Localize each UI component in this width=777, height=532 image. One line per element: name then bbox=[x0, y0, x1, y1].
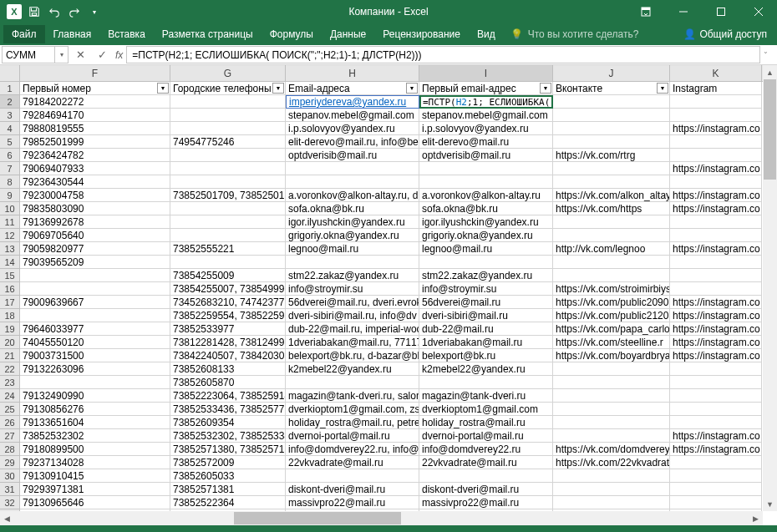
cell[interactable]: 74954775246 bbox=[170, 135, 286, 149]
cell[interactable]: 79130856276 bbox=[20, 403, 170, 416]
cell[interactable]: grigoriy.okna@yandex.ru bbox=[419, 229, 553, 242]
cell[interactable] bbox=[553, 362, 670, 376]
tab-view[interactable]: Вид bbox=[469, 25, 504, 43]
cell[interactable] bbox=[286, 376, 419, 389]
filter-dropdown[interactable]: ▼ bbox=[406, 83, 418, 94]
cell[interactable]: 79069407933 bbox=[20, 162, 170, 175]
cell[interactable]: 79132490990 bbox=[20, 389, 170, 403]
cell[interactable]: 56dverei@mail.ru bbox=[419, 296, 553, 309]
cell[interactable]: dverkioptom1@gmail.com bbox=[419, 403, 553, 416]
cell[interactable] bbox=[670, 362, 762, 376]
row-header[interactable]: 5 bbox=[0, 135, 20, 149]
cell[interactable]: 79184202272 bbox=[20, 95, 170, 109]
cell[interactable]: 73852501709, 73852501790, 7385 bbox=[170, 189, 286, 202]
cell[interactable]: 73842240507, 73842030978, 7384 bbox=[170, 349, 286, 362]
cell[interactable]: stepanov.mebel@gmail.com bbox=[419, 109, 553, 122]
cell[interactable]: igor.ilyushckin@yandex.ru bbox=[286, 215, 419, 229]
cell[interactable]: 73852533436, 73852577516 bbox=[170, 403, 286, 416]
cell[interactable] bbox=[553, 256, 670, 269]
row-header[interactable]: 15 bbox=[0, 269, 20, 282]
cell-header[interactable]: Вконтакте▼ bbox=[553, 82, 670, 95]
horizontal-scrollbar[interactable]: ◀ ▶ bbox=[0, 511, 763, 525]
cell[interactable]: 79293971381 bbox=[20, 483, 170, 496]
cell[interactable] bbox=[670, 95, 762, 109]
tab-insert[interactable]: Вставка bbox=[99, 25, 154, 43]
cell[interactable] bbox=[170, 202, 286, 215]
cell[interactable]: https://instagram.co bbox=[670, 242, 762, 256]
cell[interactable]: https://instagram.co bbox=[670, 349, 762, 362]
cell[interactable]: https://vk.com/public21206 bbox=[553, 309, 670, 322]
tab-data[interactable]: Данные bbox=[322, 25, 374, 43]
cell[interactable]: https://instagram.co bbox=[670, 429, 762, 443]
cell[interactable] bbox=[670, 229, 762, 242]
cell[interactable]: https://instagram.co bbox=[670, 309, 762, 322]
row-header[interactable]: 22 bbox=[0, 362, 20, 376]
cell[interactable] bbox=[670, 135, 762, 149]
col-header-G[interactable]: G bbox=[170, 65, 286, 81]
cell[interactable]: 73852533977 bbox=[170, 322, 286, 336]
col-header-I[interactable]: I bbox=[419, 65, 553, 81]
cell[interactable]: 79003731500 bbox=[20, 349, 170, 362]
cell[interactable]: 73852259554, 73852259595, 7385 bbox=[170, 309, 286, 322]
cell[interactable] bbox=[553, 429, 670, 443]
cell[interactable]: igor.ilyushckin@yandex.ru bbox=[419, 215, 553, 229]
row-header[interactable]: 9 bbox=[0, 189, 20, 202]
cell[interactable] bbox=[553, 389, 670, 403]
filter-dropdown[interactable]: ▼ bbox=[272, 83, 284, 94]
row-header[interactable]: 21 bbox=[0, 349, 20, 362]
row-header[interactable]: 28 bbox=[0, 443, 20, 456]
row-header[interactable]: 19 bbox=[0, 322, 20, 336]
fx-icon[interactable]: fx bbox=[115, 49, 123, 61]
cell[interactable] bbox=[20, 282, 170, 296]
expand-formula-bar[interactable]: ⌄ bbox=[763, 48, 774, 59]
cell[interactable]: 79059820977 bbox=[20, 242, 170, 256]
cell[interactable] bbox=[419, 376, 553, 389]
cell[interactable] bbox=[419, 256, 553, 269]
tab-pagelayout[interactable]: Разметка страницы bbox=[154, 25, 262, 43]
row-header[interactable]: 3 bbox=[0, 109, 20, 122]
cell[interactable] bbox=[670, 456, 762, 469]
cell[interactable] bbox=[553, 376, 670, 389]
cell[interactable]: 73852571381 bbox=[170, 483, 286, 496]
cell[interactable]: 73852223064, 73852591449 bbox=[170, 389, 286, 403]
cell[interactable] bbox=[553, 229, 670, 242]
cell[interactable]: 79852501999 bbox=[20, 135, 170, 149]
cell[interactable] bbox=[170, 95, 286, 109]
cell[interactable]: magazin@tank-dveri.ru bbox=[419, 389, 553, 403]
cell[interactable]: 1dveriabakan@mail.ru, 7711743 bbox=[286, 336, 419, 349]
cell[interactable]: dverkioptom1@gmail.com, zsd. bbox=[286, 403, 419, 416]
row-header[interactable]: 17 bbox=[0, 296, 20, 309]
cell[interactable]: =ПСТР(H2;1; ЕСЛИОШИБКА( ПОИСК(";";H2;1)-… bbox=[419, 95, 553, 109]
cell[interactable]: sofa.okna@bk.ru bbox=[286, 202, 419, 215]
row-header[interactable]: 11 bbox=[0, 215, 20, 229]
cell[interactable]: 79136992678 bbox=[20, 215, 170, 229]
close-button[interactable] bbox=[739, 0, 777, 23]
cell[interactable]: stepanov.mebel@gmail.com bbox=[286, 109, 419, 122]
scroll-thumb-v[interactable] bbox=[764, 79, 776, 180]
cell[interactable]: 73812281428, 73812499227, 7381 bbox=[170, 336, 286, 349]
row-header[interactable]: 32 bbox=[0, 496, 20, 509]
row-header[interactable]: 8 bbox=[0, 175, 20, 189]
cell[interactable] bbox=[419, 162, 553, 175]
cell[interactable] bbox=[286, 162, 419, 175]
cell[interactable] bbox=[170, 256, 286, 269]
cell[interactable]: massivpro22@mail.ru bbox=[286, 496, 419, 509]
row-header[interactable]: 29 bbox=[0, 456, 20, 469]
cell[interactable]: 73852522364 bbox=[170, 496, 286, 509]
undo-button[interactable] bbox=[45, 3, 63, 21]
cell[interactable]: 79069705640 bbox=[20, 229, 170, 242]
cell[interactable]: 79039565209 bbox=[20, 256, 170, 269]
save-button[interactable] bbox=[25, 3, 43, 21]
select-all[interactable] bbox=[0, 65, 20, 81]
cell[interactable]: k2mebel22@yandex.ru bbox=[286, 362, 419, 376]
cell[interactable]: https://vk.com/22vkvadrate bbox=[553, 456, 670, 469]
cell[interactable] bbox=[286, 256, 419, 269]
row-header[interactable]: 24 bbox=[0, 389, 20, 403]
cell[interactable] bbox=[670, 376, 762, 389]
cell[interactable] bbox=[170, 215, 286, 229]
cell[interactable]: 73852555221 bbox=[170, 242, 286, 256]
cell[interactable]: legnoo@mail.ru bbox=[286, 242, 419, 256]
cell[interactable]: 73852571380, 73852571382, 7385 bbox=[170, 443, 286, 456]
cell[interactable]: 73852605033 bbox=[170, 469, 286, 483]
vertical-scrollbar[interactable]: ▲ ▼ bbox=[763, 65, 777, 511]
